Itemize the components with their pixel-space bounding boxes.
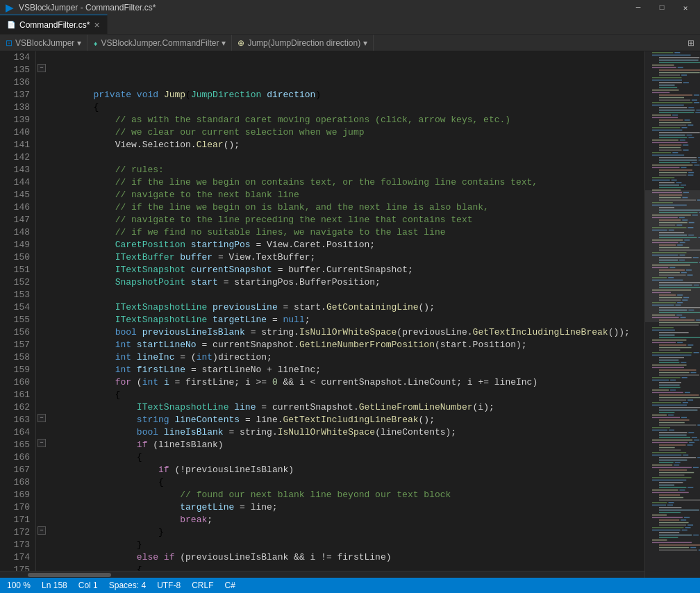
line-number-139: 139 bbox=[6, 114, 30, 126]
line-number-156: 156 bbox=[6, 326, 30, 339]
line-number-136: 136 bbox=[6, 76, 30, 89]
code-line-150: SnapshotPoint start = startingPos.Buffer… bbox=[50, 276, 642, 289]
code-line-148: ITextBuffer buffer = View.TextBuffer; bbox=[50, 251, 642, 264]
gutter: − − − − bbox=[36, 51, 47, 571]
code-line-143: // navigate to the next blank line bbox=[50, 189, 642, 201]
code-line-173: { bbox=[50, 564, 642, 571]
collapse-btn-163[interactable]: − bbox=[38, 414, 46, 422]
code-line-134 bbox=[50, 76, 642, 89]
status-ln[interactable]: Ln 158 bbox=[42, 581, 67, 590]
line-number-138: 138 bbox=[6, 101, 30, 114]
code-line-160: ITextSnapshotLine line = currentSnapshot… bbox=[50, 401, 642, 414]
line-number-157: 157 bbox=[6, 339, 30, 351]
code-area[interactable]: private void Jump(JumpDirection directio… bbox=[47, 51, 644, 571]
minimize-button[interactable]: ─ bbox=[629, 0, 647, 15]
line-number-175: 175 bbox=[6, 564, 30, 571]
nav-dropdown-icon: ▾ bbox=[77, 38, 81, 48]
line-number-152: 152 bbox=[6, 276, 30, 289]
code-line-156: int lineInc = (int)direction; bbox=[50, 351, 642, 364]
line-number-144: 144 bbox=[6, 176, 30, 189]
nav-method-icon: ⊕ bbox=[238, 38, 244, 48]
line-number-153: 153 bbox=[6, 289, 30, 301]
status-language[interactable]: C# bbox=[224, 581, 235, 590]
line-number-151: 151 bbox=[6, 264, 30, 276]
code-line-164: { bbox=[50, 451, 642, 464]
code-line-151 bbox=[50, 289, 642, 301]
status-spaces[interactable]: Spaces: 4 bbox=[109, 581, 146, 590]
split-editor-button[interactable]: ⊞ bbox=[682, 38, 700, 48]
tab-close-icon[interactable]: × bbox=[94, 19, 99, 31]
nav-method-label: Jump(JumpDirection direction) bbox=[247, 38, 360, 48]
line-number-172: 172 bbox=[6, 526, 30, 539]
line-number-171: 171 bbox=[6, 514, 30, 526]
code-line-141: // rules: bbox=[50, 164, 642, 176]
nav-project-icon: ⊡ bbox=[6, 38, 12, 48]
status-col[interactable]: Col 1 bbox=[78, 581, 98, 590]
nav-class-icon: ⬧ bbox=[93, 38, 98, 48]
line-number-147: 147 bbox=[6, 214, 30, 226]
nav-method[interactable]: ⊕ Jump(JumpDirection direction) ▾ bbox=[232, 35, 374, 51]
line-number-149: 149 bbox=[6, 239, 30, 251]
tab-label: CommandFilter.cs* bbox=[19, 20, 90, 30]
title-text: VSBlockJumper - CommandFilter.cs* bbox=[19, 3, 624, 12]
code-line-162: bool lineIsBlank = string.IsNullOrWhiteS… bbox=[50, 426, 642, 439]
code-line-149: ITextSnapshot currentSnapshot = buffer.C… bbox=[50, 264, 642, 276]
line-number-169: 169 bbox=[6, 489, 30, 501]
nav-project-label: VSBlockJumper bbox=[15, 38, 74, 48]
close-button[interactable]: ✕ bbox=[676, 0, 694, 15]
minimap[interactable] bbox=[644, 51, 700, 578]
nav-class-label: VSBlockJumper.CommandFilter bbox=[101, 38, 219, 48]
line-number-163: 163 bbox=[6, 414, 30, 426]
code-line-154: bool previousLineIsBlank = string.IsNull… bbox=[50, 326, 642, 339]
line-number-135: 135 bbox=[6, 64, 30, 76]
code-line-163: if (lineIsBlank) bbox=[50, 439, 642, 451]
tab-commandfilter[interactable]: 📄 CommandFilter.cs* × bbox=[0, 15, 108, 34]
line-number-166: 166 bbox=[6, 451, 30, 464]
code-line-146: // if we find no suitable lines, we navi… bbox=[50, 226, 642, 239]
scrollbar-thumb[interactable] bbox=[28, 573, 111, 577]
line-number-134: 134 bbox=[6, 51, 30, 64]
code-line-147: CaretPosition startingPos = View.Caret.P… bbox=[50, 239, 642, 251]
collapse-btn-165[interactable]: − bbox=[38, 439, 46, 447]
line-number-165: 165 bbox=[6, 439, 30, 451]
editor: 1341351361371381391401411421431441451461… bbox=[0, 51, 644, 578]
line-number-154: 154 bbox=[6, 301, 30, 314]
code-line-142: // if the line we begin on contains text… bbox=[50, 176, 642, 189]
app-icon: ▶ bbox=[6, 2, 13, 13]
collapse-btn-172[interactable]: − bbox=[38, 526, 46, 535]
line-number-168: 168 bbox=[6, 476, 30, 489]
status-encoding[interactable]: UTF-8 bbox=[157, 581, 181, 590]
status-zoom[interactable]: 100 % bbox=[7, 581, 31, 590]
line-numbers: 1341351361371381391401411421431441451461… bbox=[0, 51, 36, 571]
collapse-btn-135[interactable]: − bbox=[38, 64, 46, 72]
code-line-138: // we clear our current selection when w… bbox=[50, 126, 642, 139]
line-number-158: 158 bbox=[6, 351, 30, 364]
code-line-145: // navigate to the line preceding the ne… bbox=[50, 214, 642, 226]
code-line-171: } bbox=[50, 539, 642, 551]
line-number-160: 160 bbox=[6, 376, 30, 389]
maximize-button[interactable]: □ bbox=[653, 0, 671, 15]
code-line-136: { bbox=[50, 101, 642, 114]
code-line-168: targetLine = line; bbox=[50, 501, 642, 514]
nav-class-dropdown-icon: ▾ bbox=[222, 38, 226, 48]
code-line-139: View.Selection.Clear(); bbox=[50, 139, 642, 151]
line-number-161: 161 bbox=[6, 389, 30, 401]
status-line-ending[interactable]: CRLF bbox=[192, 581, 213, 590]
line-number-145: 145 bbox=[6, 189, 30, 201]
code-container[interactable]: 1341351361371381391401411421431441451461… bbox=[0, 51, 644, 571]
line-number-137: 137 bbox=[6, 89, 30, 101]
line-number-143: 143 bbox=[6, 164, 30, 176]
horizontal-scrollbar[interactable] bbox=[0, 571, 644, 578]
nav-bar: ⊡ VSBlockJumper ▾ ⬧ VSBlockJumper.Comman… bbox=[0, 35, 700, 51]
nav-project[interactable]: ⊡ VSBlockJumper ▾ bbox=[0, 35, 88, 51]
code-line-165: if (!previousLineIsBlank) bbox=[50, 464, 642, 476]
code-line-158: for (int i = firstLine; i >= 0 && i < cu… bbox=[50, 376, 642, 389]
line-number-174: 174 bbox=[6, 551, 30, 564]
code-line-135: private void Jump(JumpDirection directio… bbox=[50, 89, 642, 101]
line-number-150: 150 bbox=[6, 251, 30, 264]
line-number-142: 142 bbox=[6, 151, 30, 164]
line-number-148: 148 bbox=[6, 226, 30, 239]
line-number-164: 164 bbox=[6, 426, 30, 439]
nav-class[interactable]: ⬧ VSBlockJumper.CommandFilter ▾ bbox=[88, 35, 232, 51]
code-line-152: ITextSnapshotLine previousLine = start.G… bbox=[50, 301, 642, 314]
